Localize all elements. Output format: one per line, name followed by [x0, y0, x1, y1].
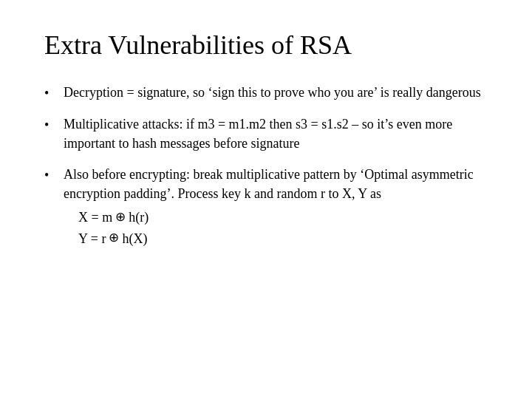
bullet-dot-3: •	[44, 166, 59, 185]
slide-content: • Decryption = signature, so ‘sign this …	[44, 83, 488, 260]
sub-line-1: X = m ⊕ h(r)	[78, 208, 488, 227]
bullet-text-2: Multiplicative attacks: if m3 = m1.m2 th…	[64, 115, 488, 153]
subline2-suffix: h(X)	[122, 229, 147, 248]
bullet-text-1: Decryption = signature, so ‘sign this to…	[64, 83, 488, 102]
slide: Extra Vulnerabilities of RSA • Decryptio…	[0, 0, 532, 399]
sub-lines: X = m ⊕ h(r) Y = r ⊕ h(X)	[78, 208, 488, 248]
bullet-dot-2: •	[44, 115, 59, 134]
subline2-prefix: Y = r	[78, 229, 106, 248]
bullet-item-1: • Decryption = signature, so ‘sign this …	[44, 83, 488, 103]
slide-title: Extra Vulnerabilities of RSA	[44, 30, 488, 61]
subline1-prefix: X = m	[78, 208, 112, 227]
subline1-suffix: h(r)	[129, 208, 149, 227]
bullet-text-3: Also before encrypting: break multiplica…	[64, 167, 474, 201]
oplus-icon-1: ⊕	[115, 208, 126, 227]
bullet-dot-1: •	[44, 83, 59, 103]
bullet-item-3: • Also before encrypting: break multipli…	[44, 165, 488, 248]
oplus-icon-2: ⊕	[109, 229, 119, 248]
sub-line-2: Y = r ⊕ h(X)	[78, 229, 488, 248]
bullet-item-2: • Multiplicative attacks: if m3 = m1.m2 …	[44, 115, 488, 153]
